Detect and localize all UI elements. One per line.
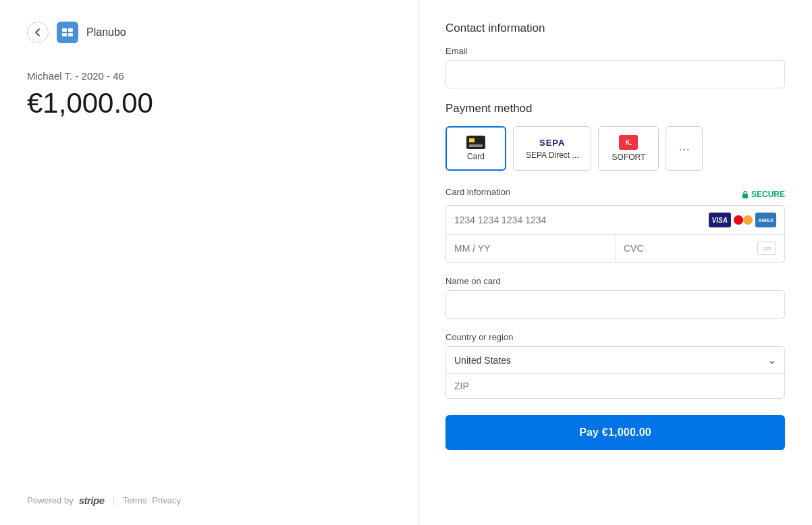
card-number-input[interactable] xyxy=(454,215,703,225)
country-region-section: Country or region United States Germany … xyxy=(445,332,785,399)
svg-rect-0 xyxy=(62,28,67,32)
name-on-card-section: Name on card xyxy=(445,276,785,319)
payment-method-section: Payment method Card SEPA SEPA Direct ...… xyxy=(445,102,785,171)
contact-section-title: Contact information xyxy=(445,22,785,35)
card-info-label: Card information xyxy=(445,187,510,197)
card-info-section: Card information SECURE VISA xyxy=(445,187,785,262)
country-select[interactable]: United States Germany France United King… xyxy=(454,355,767,366)
sofort-label: SOFORT xyxy=(612,153,646,162)
card-bottom-row: 135 xyxy=(446,235,784,262)
app-name: Planubo xyxy=(86,26,126,38)
country-region-wrapper: United States Germany France United King… xyxy=(445,346,785,399)
contact-section: Contact information Email xyxy=(445,22,785,88)
mc-right-circle xyxy=(743,215,753,225)
cvc-number: 135 xyxy=(763,246,771,251)
card-cvc-input[interactable] xyxy=(624,243,757,254)
back-button[interactable] xyxy=(27,22,49,43)
svg-rect-1 xyxy=(68,28,73,32)
left-footer: Powered by stripe | Terms Privacy xyxy=(27,495,181,506)
payment-method-title: Payment method xyxy=(445,102,785,115)
app-logo-icon xyxy=(57,22,78,43)
header-row: Planubo xyxy=(27,22,391,43)
sepa-label: SEPA Direct ... xyxy=(526,150,578,160)
card-cvc-row: 135 xyxy=(616,235,784,262)
mastercard-icon xyxy=(734,214,753,226)
mc-left-circle xyxy=(734,215,743,225)
payment-method-sepa[interactable]: SEPA SEPA Direct ... xyxy=(513,126,591,171)
sepa-logo: SEPA xyxy=(539,138,565,148)
card-info-header: Card information SECURE xyxy=(445,187,785,201)
right-panel: Contact information Email Payment method… xyxy=(418,0,812,525)
email-input[interactable] xyxy=(445,60,785,88)
invoice-label: Michael T. - 2020 - 46 xyxy=(27,70,391,82)
stripe-logo: stripe xyxy=(79,495,105,506)
svg-rect-4 xyxy=(742,194,748,198)
lock-icon xyxy=(742,190,749,198)
privacy-link[interactable]: Privacy xyxy=(152,495,181,505)
secure-text: SECURE xyxy=(751,190,785,199)
card-label: Card xyxy=(467,152,485,161)
country-region-label: Country or region xyxy=(445,332,785,342)
card-chip xyxy=(469,138,475,142)
payment-method-sofort[interactable]: K. SOFORT xyxy=(598,126,659,171)
name-on-card-label: Name on card xyxy=(445,276,785,286)
invoice-amount: €1,000.00 xyxy=(27,87,391,119)
card-icons: VISA AMEX xyxy=(709,213,776,227)
terms-link[interactable]: Terms xyxy=(123,495,146,505)
chevron-down-icon: ⌄ xyxy=(767,354,776,366)
email-label: Email xyxy=(445,46,785,56)
name-on-card-input[interactable] xyxy=(445,290,785,319)
powered-by-text: Powered by xyxy=(27,495,74,505)
sofort-icon: K. xyxy=(619,135,638,150)
cvc-icon: 135 xyxy=(757,242,776,255)
zip-input[interactable] xyxy=(446,374,784,398)
country-select-row[interactable]: United States Germany France United King… xyxy=(446,347,784,374)
amex-icon: AMEX xyxy=(755,213,776,227)
card-fields: VISA AMEX 135 xyxy=(445,205,785,262)
payment-method-more[interactable]: ··· xyxy=(666,126,703,171)
card-stripe xyxy=(469,144,483,147)
secure-badge: SECURE xyxy=(742,190,785,199)
card-expiry-input[interactable] xyxy=(446,235,616,262)
pay-button[interactable]: Pay €1,000.00 xyxy=(445,415,785,450)
svg-rect-2 xyxy=(62,33,67,36)
payment-methods-row: Card SEPA SEPA Direct ... K. SOFORT ··· xyxy=(445,126,785,171)
svg-rect-3 xyxy=(68,33,73,36)
footer-divider: | xyxy=(113,495,115,505)
visa-icon: VISA xyxy=(709,213,731,227)
card-icon xyxy=(466,136,485,149)
left-panel: Planubo Michael T. - 2020 - 46 €1,000.00… xyxy=(0,0,418,525)
card-number-row: VISA AMEX xyxy=(446,206,784,235)
more-dots: ··· xyxy=(678,141,690,157)
payment-method-card[interactable]: Card xyxy=(445,126,506,171)
